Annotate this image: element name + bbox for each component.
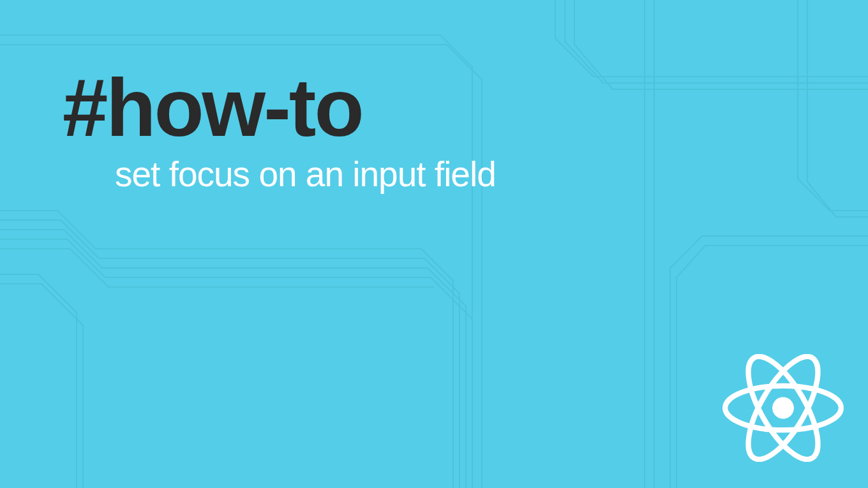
subtitle-text: set focus on an input field <box>115 154 496 195</box>
text-content-block: #how-to set focus on an input field <box>63 67 496 195</box>
hashtag-title: #how-to <box>63 67 496 149</box>
svg-point-0 <box>772 397 794 419</box>
react-logo-icon <box>722 354 844 475</box>
